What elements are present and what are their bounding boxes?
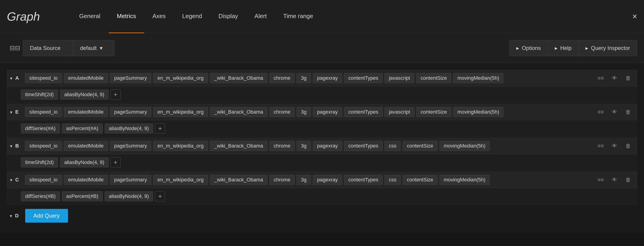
tag-c-sub-1[interactable]: asPercent(#B) — [62, 191, 103, 201]
tag-a-1[interactable]: emulatedMobile — [64, 73, 108, 83]
chevron-e[interactable] — [10, 109, 13, 115]
query-c-add-func[interactable]: + — [155, 191, 165, 201]
tag-b-sub-1[interactable]: aliasByNode(4, 9) — [60, 157, 109, 167]
query-b-add-func[interactable]: + — [110, 157, 120, 167]
query-e-menu-button[interactable]: ≡ — [594, 106, 607, 118]
datasource-value: default — [80, 45, 96, 51]
tag-c-sub-0[interactable]: diffSeries(#B) — [21, 191, 60, 201]
tag-b-8[interactable]: contentTypes — [344, 141, 383, 151]
tag-c-4[interactable]: _wiki_Barack_Obama — [210, 175, 268, 185]
tag-e-8[interactable]: contentTypes — [344, 107, 383, 117]
tag-b-sub-0[interactable]: timeShift(2d) — [21, 157, 58, 167]
tag-a-3[interactable]: en_m_wikipedia_org — [153, 73, 208, 83]
tag-a-7[interactable]: pagexray — [313, 73, 342, 83]
tag-b-7[interactable]: pagexray — [313, 141, 342, 151]
tag-b-5[interactable]: chrome — [269, 141, 295, 151]
query-inspector-button[interactable]: ▸ Query Inspector — [578, 40, 637, 56]
tag-a-8[interactable]: contentTypes — [344, 73, 383, 83]
tag-e-6[interactable]: 3g — [296, 107, 311, 117]
close-button[interactable]: × — [632, 12, 637, 21]
tag-e-sub-0[interactable]: diffSeries(#A) — [21, 123, 60, 134]
query-c-delete-button[interactable]: 🗑 — [622, 173, 634, 186]
tag-a-9[interactable]: javascript — [384, 73, 414, 83]
tag-a-0[interactable]: sitespeed_io — [25, 73, 62, 83]
tag-e-5[interactable]: chrome — [269, 107, 295, 117]
query-letter-e: E — [10, 109, 23, 115]
tag-e-7[interactable]: pagexray — [313, 107, 342, 117]
chevron-c[interactable] — [10, 177, 13, 183]
tag-c-7[interactable]: pagexray — [313, 175, 342, 185]
tag-e-sub-1[interactable]: asPercent(#A) — [62, 123, 103, 134]
query-a-add-func[interactable]: + — [110, 90, 120, 100]
query-a-menu-button[interactable]: ≡ — [594, 72, 607, 85]
query-a-eye-button[interactable]: 👁 — [608, 72, 621, 85]
tag-c-6[interactable]: 3g — [296, 175, 311, 185]
query-b-delete-button[interactable]: 🗑 — [622, 139, 634, 152]
query-row-e-sub: diffSeries(#A) asPercent(#A) aliasByNode… — [7, 120, 637, 137]
tag-a-6[interactable]: 3g — [296, 73, 311, 83]
tag-b-0[interactable]: sitespeed_io — [25, 141, 62, 151]
caret-icon: ▸ — [516, 45, 519, 51]
chevron-b[interactable] — [10, 143, 13, 149]
tag-e-1[interactable]: emulatedMobile — [64, 107, 108, 117]
query-e-add-func[interactable]: + — [155, 123, 165, 134]
chevron-d[interactable] — [9, 213, 13, 219]
tag-b-2[interactable]: pageSummary — [110, 141, 151, 151]
tag-e-10[interactable]: contentSize — [416, 107, 451, 117]
tag-c-10[interactable]: contentSize — [402, 175, 438, 185]
tag-c-0[interactable]: sitespeed_io — [25, 175, 62, 185]
tag-e-9[interactable]: javascript — [384, 107, 414, 117]
tag-a-10[interactable]: contentSize — [416, 73, 451, 83]
query-c-menu-button[interactable]: ≡ — [594, 173, 607, 186]
tab-timerange[interactable]: Time range — [275, 0, 322, 33]
query-e-eye-button[interactable]: 👁 — [608, 106, 621, 118]
tag-b-4[interactable]: _wiki_Barack_Obama — [210, 141, 268, 151]
tab-axes[interactable]: Axes — [144, 0, 174, 33]
tag-a-sub-1[interactable]: aliasByNode(4, 9) — [60, 90, 109, 100]
tag-e-2[interactable]: pageSummary — [110, 107, 151, 117]
tag-b-6[interactable]: 3g — [296, 141, 311, 151]
query-row-b-main: B sitespeed_io emulatedMobile pageSummar… — [7, 138, 637, 154]
tag-b-11[interactable]: movingMedian(5h) — [440, 141, 490, 151]
tag-a-2[interactable]: pageSummary — [110, 73, 151, 83]
tag-a-sub-0[interactable]: timeShift(2d) — [21, 90, 58, 100]
query-b-actions: ≡ 👁 🗑 — [594, 139, 634, 152]
tag-a-11[interactable]: movingMedian(5h) — [453, 73, 504, 83]
query-a-delete-button[interactable]: 🗑 — [622, 72, 634, 85]
tag-b-9[interactable]: css — [384, 141, 401, 151]
tab-legend[interactable]: Legend — [174, 0, 210, 33]
tab-display[interactable]: Display — [210, 0, 246, 33]
tag-c-5[interactable]: chrome — [269, 175, 295, 185]
datasource-select[interactable]: default ▾ — [73, 40, 114, 56]
add-query-button[interactable]: Add Query — [25, 209, 68, 223]
query-b-eye-button[interactable]: 👁 — [608, 139, 621, 152]
query-e-delete-button[interactable]: 🗑 — [622, 106, 634, 118]
tag-e-11[interactable]: movingMedian(5h) — [453, 107, 504, 117]
chevron-a[interactable] — [10, 75, 13, 81]
query-c-eye-button[interactable]: 👁 — [608, 173, 621, 186]
tag-c-11[interactable]: movingMedian(5h) — [440, 175, 490, 185]
tag-c-3[interactable]: en_m_wikipedia_org — [153, 175, 208, 185]
tag-e-sub-2[interactable]: aliasByNode(4, 9) — [104, 123, 153, 134]
query-row-b-sub: timeShift(2d) aliasByNode(4, 9) + — [7, 154, 637, 171]
help-button[interactable]: ▸ Help — [548, 40, 578, 56]
tag-e-4[interactable]: _wiki_Barack_Obama — [210, 107, 268, 117]
tag-c-1[interactable]: emulatedMobile — [64, 175, 108, 185]
tag-c-9[interactable]: css — [384, 175, 401, 185]
tag-a-5[interactable]: chrome — [269, 73, 295, 83]
tag-b-3[interactable]: en_m_wikipedia_org — [153, 141, 208, 151]
tag-b-1[interactable]: emulatedMobile — [64, 141, 108, 151]
tag-a-4[interactable]: _wiki_Barack_Obama — [210, 73, 268, 83]
metrics-content: A sitespeed_io emulatedMobile pageSummar… — [0, 63, 644, 233]
tab-general[interactable]: General — [71, 0, 109, 33]
query-b-menu-button[interactable]: ≡ — [594, 139, 607, 152]
options-button[interactable]: ▸ Options — [509, 40, 548, 56]
tag-c-sub-2[interactable]: aliasByNode(4, 9) — [104, 191, 153, 201]
tag-b-10[interactable]: contentSize — [402, 141, 438, 151]
tab-metrics[interactable]: Metrics — [109, 0, 144, 33]
tag-e-0[interactable]: sitespeed_io — [25, 107, 62, 117]
tag-c-8[interactable]: contentTypes — [344, 175, 383, 185]
tab-alert[interactable]: Alert — [246, 0, 275, 33]
tag-c-2[interactable]: pageSummary — [110, 175, 151, 185]
tag-e-3[interactable]: en_m_wikipedia_org — [153, 107, 208, 117]
